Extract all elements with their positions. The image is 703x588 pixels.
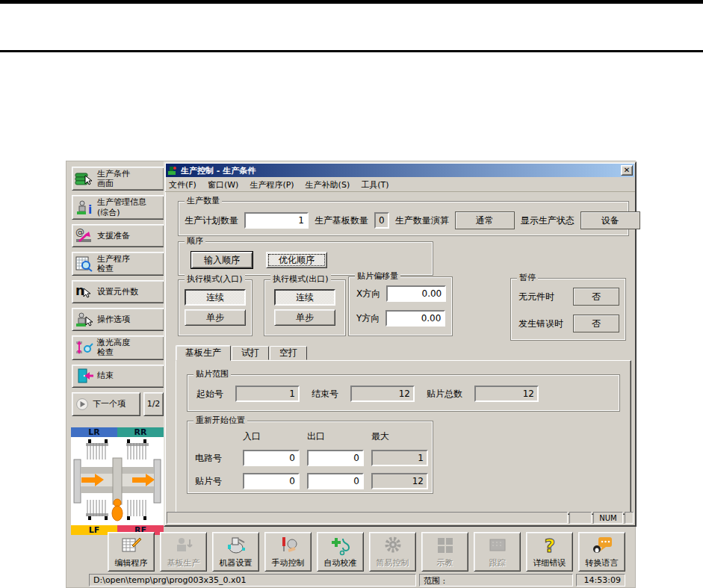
range-total-label: 贴片总数 — [427, 388, 462, 400]
simple-control-icon — [382, 534, 404, 557]
toolbar-switch-language[interactable]: 转换语言 — [578, 532, 625, 572]
production-tabs: 基板生产 试打 空打 贴片范围 起始号 1 结束号 12 贴片总数 — [176, 344, 631, 515]
menu-production-program[interactable]: 生产程序(P) — [250, 179, 294, 191]
sidebar-item-laser-height-check[interactable]: 激光高度检查 — [72, 335, 164, 359]
sidebar-item-operation-options[interactable]: 操作选项 — [72, 308, 164, 331]
sidebar-item-management-info[interactable]: i 生产管理信息(综合) — [72, 195, 164, 219]
robot-info-icon: i — [75, 199, 94, 216]
next-item-button[interactable]: 下一个项 — [72, 392, 140, 416]
restart-col-entry: 入口 — [243, 430, 300, 443]
circuit-exit-input[interactable] — [307, 450, 364, 466]
on-error-toggle[interactable]: 否 — [573, 315, 619, 332]
window-title: 生产控制 - 生产条件 — [181, 165, 618, 176]
sidebar-item-component-count[interactable]: n 设置元件数 — [72, 280, 164, 303]
diagram-label-rr: RR — [117, 427, 164, 437]
group-title: 重新开始位置 — [193, 415, 247, 426]
svg-text:n: n — [75, 284, 84, 298]
sidebar-item-program-check[interactable]: 生产程序检查 — [72, 252, 164, 276]
toolbar-error-detail[interactable]: ? 详细错误 — [526, 532, 573, 572]
plan-quantity-label: 生产计划数量 — [185, 214, 238, 227]
menu-production-assist[interactable]: 生产补助(S) — [306, 179, 350, 191]
exit-step-button[interactable]: 单步 — [274, 309, 335, 326]
exit-continuous-button[interactable]: 连续 — [274, 289, 335, 306]
auto-calibration-icon — [329, 534, 352, 557]
toolbar-label: 跟踪 — [489, 557, 506, 569]
toolbar-label: 示教 — [437, 557, 453, 569]
restart-position-group: 重新开始位置 入口 出口 最大 电路号 1 贴片号 — [187, 421, 433, 494]
svg-text:i: i — [88, 203, 92, 216]
cash-hand-icon — [75, 170, 94, 187]
close-icon[interactable]: ✕ — [621, 165, 633, 176]
manual-control-icon — [277, 534, 300, 557]
tab-trial-run[interactable]: 试打 — [232, 346, 269, 360]
production-control-window: 生产控制 - 生产条件 ✕ 文件(F) 窗口(W) 生产程序(P) 生产补助(S… — [164, 161, 637, 527]
status-end-pane — [625, 512, 634, 524]
menu-tools[interactable]: 工具(T) — [361, 179, 388, 191]
toolbar-label: 自动校准 — [324, 557, 357, 569]
board-quantity-field: 0 — [374, 212, 389, 229]
production-status-toggle[interactable]: 设备 — [580, 211, 640, 229]
no-component-toggle[interactable]: 否 — [573, 288, 619, 306]
placement-offset-group: 贴片偏移量 X方向 Y方向 — [348, 276, 453, 336]
placement-row-label: 贴片号 — [195, 475, 235, 488]
toolbar-manual-control[interactable]: 手动控制 — [264, 532, 312, 572]
pause-group: 暂停 无元件时 否 发生错误时 否 — [510, 278, 626, 341]
placement-max-field: 12 — [371, 473, 428, 489]
board-production-icon — [173, 534, 195, 557]
tab-board-production[interactable]: 基板生产 — [176, 345, 231, 361]
toolbar-machine-setup[interactable]: 机器设置 — [212, 532, 259, 572]
board-quantity-label: 生产基板数量 — [315, 214, 368, 227]
page: { "window": { "title": "生产控制 - 生产条件", "m… — [0, 0, 703, 588]
bottom-toolbar: 编辑程序 基板生产 机器设置 手动控制 自动校准 简易控制 示教 跟踪 — [108, 532, 625, 572]
input-order-button[interactable]: 输入顺序 — [191, 252, 253, 268]
entry-step-button[interactable]: 单步 — [185, 309, 246, 326]
optimize-order-button[interactable]: 优化顺序 — [266, 252, 327, 268]
toolbar-label: 简易控制 — [377, 557, 409, 569]
range-start-label: 起始号 — [196, 388, 223, 400]
svg-text:@: @ — [75, 227, 84, 238]
toolbar-label: 机器设置 — [220, 557, 253, 569]
laser-height-icon — [75, 339, 94, 356]
tab-strip: 基板生产 试打 空打 — [176, 344, 631, 360]
circuit-entry-input[interactable] — [243, 450, 300, 466]
toolbar-auto-calibration[interactable]: 自动校准 — [317, 532, 364, 572]
toolbar-edit-program[interactable]: 编辑程序 — [108, 532, 155, 572]
quantity-calc-toggle[interactable]: 通常 — [455, 211, 515, 229]
menu-window[interactable]: 窗口(W) — [208, 179, 238, 191]
group-title: 生产数量 — [185, 196, 222, 206]
entry-continuous-button[interactable]: 连续 — [185, 289, 246, 306]
no-component-label: 无元件时 — [518, 291, 554, 303]
toolbar-label: 编辑程序 — [115, 557, 148, 569]
tab-panel: 贴片范围 起始号 1 结束号 12 贴片总数 12 重新开始位置 — [176, 360, 631, 515]
title-bar[interactable]: 生产控制 - 生产条件 ✕ — [166, 164, 634, 177]
offset-y-input[interactable] — [385, 310, 445, 327]
svg-text:?: ? — [544, 535, 555, 556]
sidebar-item-label: 激光高度检查 — [97, 338, 130, 357]
placement-entry-input[interactable] — [243, 473, 300, 489]
sidebar-item-label: 生产程序检查 — [97, 254, 130, 273]
document-rule-top — [0, 0, 703, 4]
question-mark-icon: ? — [539, 534, 561, 557]
toolbar-label: 基板生产 — [167, 557, 200, 569]
sidebar-item-exit[interactable]: 结束 — [72, 365, 164, 388]
play-icon — [75, 397, 89, 411]
document-rule-second — [0, 50, 703, 52]
teach-icon — [434, 534, 456, 557]
application-window: 生产条件画面 i 生产管理信息(综合) @ 支援准备 生产程序检查 n 设置元件… — [66, 161, 636, 588]
offset-x-input[interactable] — [386, 285, 446, 302]
sidebar-item-support-prepare[interactable]: @ 支援准备 — [72, 224, 164, 247]
sidebar-item-production-screen[interactable]: 生产条件画面 — [72, 167, 164, 191]
window-status-bar: NUM — [167, 512, 634, 524]
offset-y-label: Y方向 — [356, 312, 380, 325]
toolbar-trace: 跟踪 — [474, 532, 521, 572]
next-item-label: 下一个项 — [93, 398, 126, 409]
menu-file[interactable]: 文件(F) — [169, 179, 196, 191]
group-title: 暂停 — [517, 273, 538, 283]
plan-quantity-input[interactable] — [244, 212, 309, 229]
n-hand-icon: n — [75, 284, 94, 300]
tab-dry-run[interactable]: 空打 — [270, 346, 307, 360]
group-title: 贴片偏移量 — [355, 271, 400, 282]
placement-exit-input[interactable] — [307, 473, 364, 489]
sidebar-item-label: 生产条件画面 — [97, 169, 130, 188]
group-title: 执行模式(出口) — [270, 274, 331, 285]
